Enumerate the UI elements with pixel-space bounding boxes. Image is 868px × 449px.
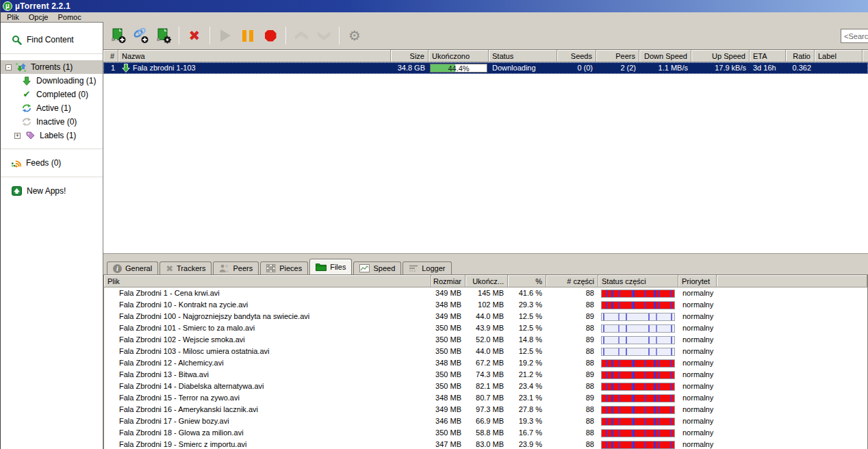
file-pieces-cell [598, 392, 678, 404]
tab-general[interactable]: iGeneral [107, 261, 158, 274]
file-name: Fala Zbrodni 18 - Glowa za milion.avi [104, 427, 431, 439]
labels-icon [25, 131, 36, 140]
menu-pomoc[interactable]: Pomoc [53, 12, 86, 22]
sidebar-item-active[interactable]: Active (1) [1, 101, 103, 115]
tab-pieces[interactable]: Pieces [260, 261, 308, 274]
panel-splitter[interactable] [103, 253, 868, 259]
torrent-row[interactable]: 1 Fala zbrodni 1-103 34.8 GB 44.4% Downl… [103, 62, 868, 74]
completed-label: Completed (0) [36, 90, 88, 99]
chevron-up-icon [295, 31, 308, 40]
collapse-expander-icon[interactable]: - [5, 64, 12, 70]
torrent-col-10[interactable]: Ratio [786, 50, 815, 62]
inactive-icon [21, 118, 32, 126]
active-label: Active (1) [36, 103, 71, 113]
file-percent: 23.9 % [508, 439, 546, 449]
files-col-4[interactable]: # części [546, 275, 598, 287]
start-torrent-button[interactable] [216, 26, 235, 45]
file-row[interactable]: Fala Zbrodni 17 - Gniew bozy.avi346 MB66… [104, 415, 867, 427]
files-col-6[interactable]: Priorytet [678, 275, 717, 287]
file-pieces-cell [598, 404, 678, 415]
torrent-col-1[interactable]: Nazwa [118, 50, 391, 62]
files-col-0[interactable]: Plik [104, 275, 431, 287]
move-down-queue-button[interactable] [314, 26, 333, 45]
sidebar-item-find-content[interactable]: Find Content [1, 32, 103, 47]
file-row[interactable]: Fala Zbrodni 100 - Najgrozniejszy bandyt… [104, 311, 867, 322]
torrent-col-5[interactable]: Seeds [557, 50, 596, 62]
tab-trackers[interactable]: ✖Trackers [159, 261, 212, 274]
file-percent: 19.2 % [508, 357, 546, 369]
file-pieces-cell [598, 357, 678, 369]
torrent-col-7[interactable]: Down Speed [639, 50, 691, 62]
chevron-down-icon [318, 31, 331, 40]
downloading-label: Downloading (1) [36, 76, 96, 86]
titlebar[interactable]: µ µTorrent 2.2.1 [1, 0, 868, 12]
download-arrow-icon [122, 64, 130, 73]
file-row[interactable]: Fala Zbrodni 1 - Cena krwi.avi349 MB145 … [104, 287, 867, 299]
files-panel: PlikRozmiarUkończ...%# częściStatus częś… [103, 274, 868, 449]
add-torrent-button[interactable] [109, 26, 128, 45]
file-row[interactable]: Fala Zbrodni 16 - Amerykanski lacznik.av… [104, 404, 867, 415]
sidebar-item-feeds[interactable]: Feeds (0) [1, 155, 103, 170]
pause-torrent-button[interactable] [238, 26, 257, 45]
move-up-queue-button[interactable] [292, 26, 311, 45]
stop-torrent-button[interactable] [261, 26, 280, 45]
files-col-1[interactable]: Rozmiar [431, 275, 465, 287]
tab-logger[interactable]: Logger [403, 261, 451, 274]
file-name: Fala Zbrodni 17 - Gniew bozy.avi [104, 415, 431, 427]
preferences-button[interactable]: ⚙ [345, 26, 364, 45]
new-apps-label: New Apps! [27, 186, 66, 196]
file-row[interactable]: Fala Zbrodni 14 - Diabelska alternatywa.… [104, 381, 867, 392]
file-priority: normalny [678, 392, 717, 404]
file-row[interactable]: Fala Zbrodni 15 - Terror na zywo.avi348 … [104, 392, 867, 404]
menu-plik[interactable]: Plik [2, 12, 24, 22]
files-col-5[interactable]: Status części [598, 275, 678, 287]
file-size: 348 MB [431, 392, 465, 404]
utorrent-logo-icon: µ [3, 1, 12, 11]
pieces-bar [601, 301, 675, 309]
sidebar-item-completed[interactable]: ✔ Completed (0) [1, 88, 103, 101]
sidebar-item-downloading[interactable]: Downloading (1) [1, 74, 103, 88]
file-size: 348 MB [431, 299, 465, 311]
window-title: µTorrent 2.2.1 [15, 1, 71, 11]
file-row[interactable]: Fala Zbrodni 102 - Wejscie smoka.avi350 … [104, 334, 867, 346]
torrent-col-4[interactable]: Status [489, 50, 557, 62]
tab-speed[interactable]: Speed [353, 261, 401, 274]
pieces-bar [601, 441, 675, 449]
files-col-3[interactable]: % [508, 275, 546, 287]
files-col-2[interactable]: Ukończ... [465, 275, 508, 287]
search-input[interactable] [841, 29, 868, 43]
expand-expander-icon[interactable]: + [14, 133, 21, 139]
file-row[interactable]: Fala Zbrodni 103 - Milosc umiera ostatni… [104, 346, 867, 357]
menu-opcje[interactable]: Opcje [24, 12, 53, 22]
tab-peers[interactable]: Peers [213, 261, 259, 274]
sidebar-item-new-apps[interactable]: New Apps! [1, 183, 103, 198]
file-row[interactable]: Fala Zbrodni 10 - Kontrakt na zycie.avi3… [104, 299, 867, 311]
torrent-col-0[interactable]: # [103, 50, 118, 62]
file-percent: 12.5 % [508, 322, 546, 334]
sidebar-item-inactive[interactable]: Inactive (0) [1, 115, 103, 129]
file-priority: normalny [678, 404, 717, 415]
torrent-col-9[interactable]: ETA [750, 50, 786, 62]
add-torrent-from-link-button[interactable] [131, 26, 151, 45]
remove-torrent-button[interactable]: ✖ [185, 26, 204, 45]
file-pieces-cell [598, 299, 678, 311]
create-torrent-button[interactable] [154, 26, 173, 45]
file-size: 349 MB [431, 311, 465, 322]
torrent-col-3[interactable]: Ukończono [429, 50, 489, 62]
torrent-col-filler [863, 50, 868, 62]
torrent-col-8[interactable]: Up Speed [691, 50, 750, 62]
file-row[interactable]: Fala Zbrodni 12 - Alchemicy.avi348 MB67.… [104, 357, 867, 369]
file-row[interactable]: Fala Zbrodni 18 - Glowa za milion.avi350… [104, 427, 867, 439]
file-row[interactable]: Fala Zbrodni 13 - Bitwa.avi350 MB74.3 MB… [104, 369, 867, 381]
pieces-bar [601, 383, 675, 391]
torrent-col-2[interactable]: Size [391, 50, 429, 62]
sidebar-item-torrents[interactable]: - Torrents (1) [1, 60, 103, 74]
file-row[interactable]: Fala Zbrodni 19 - Smierc z importu.avi34… [104, 439, 867, 449]
file-parts: 88 [546, 299, 598, 311]
file-priority: normalny [678, 369, 717, 381]
file-row[interactable]: Fala Zbrodni 101 - Smierc to za malo.avi… [104, 322, 867, 334]
sidebar-item-labels[interactable]: + Labels (1) [1, 129, 103, 142]
torrent-col-11[interactable]: Label [815, 50, 863, 62]
torrent-col-6[interactable]: Peers [596, 50, 639, 62]
tab-files[interactable]: Files [309, 259, 352, 274]
